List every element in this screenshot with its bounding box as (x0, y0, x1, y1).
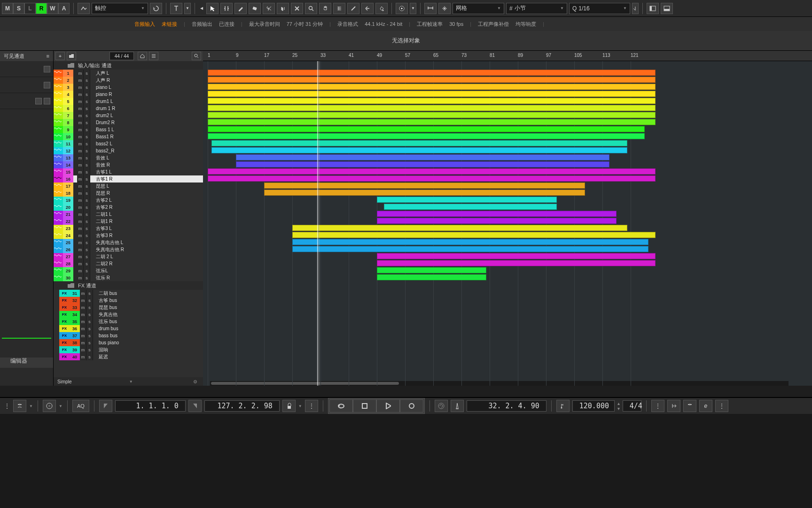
track-row[interactable]: 2ms人声 R (54, 77, 203, 84)
mute-button[interactable]: m (80, 325, 86, 332)
lock-toggle[interactable] (282, 400, 296, 412)
color-picker-icon[interactable] (396, 3, 408, 14)
solo-button[interactable]: s (84, 274, 90, 281)
audio-clip[interactable] (377, 218, 617, 224)
mute-button[interactable]: m (77, 183, 84, 190)
solo-button[interactable]: s (86, 290, 93, 297)
audio-clip[interactable] (377, 267, 486, 273)
audio-clip[interactable] (236, 154, 609, 160)
split-tool[interactable] (263, 3, 275, 14)
track-row[interactable]: 28ms二胡2 R (54, 260, 203, 267)
mute-button[interactable]: m (80, 353, 86, 360)
tool-constrain-icon[interactable] (170, 3, 182, 14)
mute-button[interactable]: m (77, 140, 84, 147)
mute-button[interactable]: m (77, 204, 84, 211)
solo-button[interactable]: s (84, 197, 90, 204)
mute-button[interactable]: m (77, 133, 84, 140)
mute-button[interactable]: m (77, 225, 84, 232)
quantize-apply-icon[interactable] (632, 3, 639, 14)
snap-type-dropdown[interactable]: 网格 ▼ (453, 3, 504, 14)
zone-config-icon[interactable] (35, 98, 42, 104)
tool-prev-icon[interactable]: ◀ (199, 3, 204, 14)
track-row[interactable]: 4mspiano R (54, 91, 203, 98)
agenda-button[interactable] (149, 52, 158, 60)
fx-track-row[interactable]: FX39ms混响 (54, 346, 203, 353)
time-signature-display[interactable]: 4/4 (623, 400, 641, 412)
mute-button[interactable]: m (77, 211, 84, 218)
mute-button[interactable]: m (80, 339, 86, 346)
mute-button[interactable]: m (77, 246, 84, 253)
folder-header[interactable]: 输入/输出 通道 (54, 61, 203, 70)
mute-button[interactable]: m (77, 77, 84, 84)
mute-button[interactable]: m (77, 197, 84, 204)
fx-track-row[interactable]: FX40ms延迟 (54, 353, 203, 360)
track-row[interactable]: 27ms二胡 2 L (54, 253, 203, 260)
track-preset-button[interactable] (67, 52, 76, 60)
audio-clip[interactable] (208, 112, 656, 118)
mute-button[interactable]: m (77, 112, 84, 119)
fx-track-row[interactable]: FX33ms琵琶 bus (54, 304, 203, 311)
zone-bottom-toggle[interactable] (661, 3, 673, 14)
tempo-display[interactable]: 120.000 (572, 400, 615, 412)
solo-button[interactable]: s (84, 112, 90, 119)
audio-clip[interactable] (292, 232, 656, 238)
punch-out-toggle[interactable] (188, 400, 202, 412)
fx-track-row[interactable]: FX35ms弦乐 bus (54, 318, 203, 325)
track-row[interactable]: 12msbass2_R (54, 147, 203, 154)
solo-button[interactable]: s (84, 119, 90, 126)
mute-button[interactable]: m (77, 154, 84, 161)
track-config-label[interactable]: Simple (57, 379, 72, 384)
solo-button[interactable]: s (84, 204, 90, 211)
horizontal-scrollbar[interactable] (210, 381, 789, 386)
fx-track-row[interactable]: FX38msbus piano (54, 339, 203, 346)
gear-icon[interactable]: ⚙ (193, 379, 197, 384)
fx-track-row[interactable]: FX36msdrum bus (54, 325, 203, 332)
solo-button[interactable]: s (84, 105, 90, 112)
editor-tab-label[interactable]: 编辑器 (10, 357, 27, 365)
audio-clip[interactable] (208, 84, 656, 90)
audio-clip[interactable] (377, 274, 486, 280)
left-locator-display[interactable]: 1. 1. 1. 0 (115, 400, 186, 412)
audio-clip[interactable] (377, 211, 617, 217)
zoom-tool[interactable] (305, 3, 317, 14)
solo-button[interactable]: s (84, 91, 90, 98)
marker-add-icon[interactable]: ⋮ (651, 400, 664, 412)
mute-button[interactable]: m (80, 311, 86, 318)
hand-tool[interactable] (319, 3, 331, 14)
track-row[interactable]: 24ms古筝3 R (54, 232, 203, 239)
solo-button[interactable]: s (84, 211, 90, 218)
track-row[interactable]: 13ms音效 L (54, 154, 203, 161)
track-row[interactable]: 8msDrum2 R (54, 119, 203, 126)
range-tool[interactable] (220, 3, 233, 14)
audio-clip[interactable] (208, 70, 656, 76)
audio-clip[interactable] (208, 126, 645, 132)
solo-button[interactable]: s (84, 183, 90, 190)
fx-track-row[interactable]: FX32ms古筝 bus (54, 297, 203, 304)
mute-button[interactable]: m (77, 84, 84, 91)
audio-clip[interactable] (208, 119, 656, 125)
audio-clip[interactable] (211, 140, 627, 146)
automation-l-button[interactable]: L (24, 3, 36, 14)
track-row[interactable]: 14ms音效 R (54, 161, 203, 168)
track-row[interactable]: 22ms二胡1 R (54, 218, 203, 225)
mute-button[interactable]: m (77, 168, 84, 175)
mute-button[interactable]: m (77, 105, 84, 112)
track-row[interactable]: 26ms失真电吉他 R (54, 246, 203, 253)
selection-tool[interactable] (206, 3, 219, 14)
mute-button[interactable]: m (77, 70, 84, 77)
audio-clip[interactable] (292, 246, 648, 252)
mute-button[interactable]: m (77, 218, 84, 225)
track-row[interactable]: 11msbass2 L (54, 140, 203, 147)
tempo-stepper-icon[interactable]: ▴▾ (617, 401, 620, 411)
timeline-ruler[interactable]: 191725334149576573818997105113121 (203, 51, 812, 61)
automation-a-button[interactable]: A (58, 3, 70, 14)
solo-button[interactable]: s (86, 339, 93, 346)
snap-toggle[interactable] (424, 3, 437, 14)
automation-m-button[interactable]: M (2, 3, 13, 14)
solo-button[interactable]: s (84, 246, 90, 253)
solo-button[interactable]: s (84, 161, 90, 168)
track-row[interactable]: 18ms琵琶 R (54, 190, 203, 197)
mute-button[interactable]: m (80, 297, 86, 304)
mute-button[interactable]: m (80, 346, 86, 353)
solo-button[interactable]: s (84, 225, 90, 232)
